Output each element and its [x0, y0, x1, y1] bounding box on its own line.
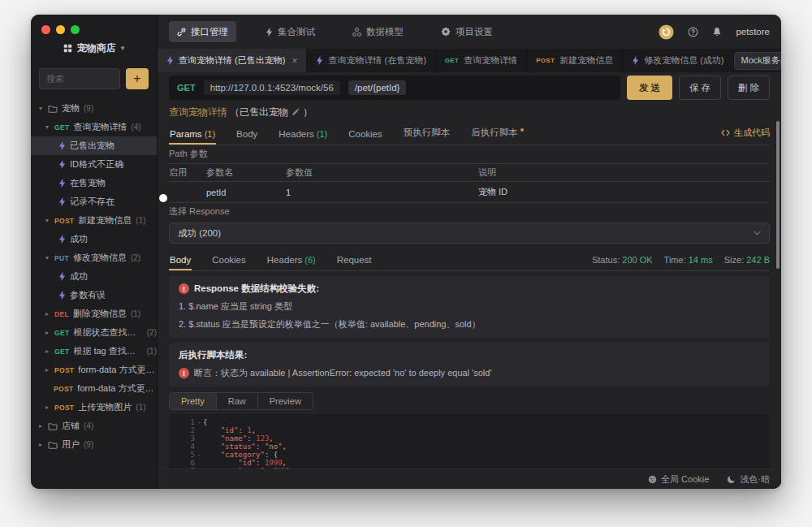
tree-item[interactable]: ▸DEL删除宠物信息(1): [31, 305, 157, 323]
request-tab[interactable]: 预执行脚本: [403, 127, 451, 145]
tree-item[interactable]: ▾PUT修改宠物信息(2): [31, 248, 157, 267]
tree-item[interactable]: ▸店铺(4): [31, 417, 157, 435]
code-line: 2 "id": 1,: [174, 426, 770, 434]
tree-item-count: (4): [84, 421, 93, 430]
bolt-icon: [632, 56, 639, 65]
workspace-name[interactable]: petstore: [736, 27, 770, 37]
bolt-icon: [266, 28, 273, 37]
tree-item-label: 记录不存在: [70, 196, 114, 208]
code-line: 1-{: [174, 418, 770, 426]
tree-item[interactable]: 在售宠物: [31, 174, 157, 192]
nav-item-label: 集合测试: [278, 26, 315, 38]
expand-icon: ▸: [44, 366, 50, 374]
editor-tab[interactable]: GET查询宠物详情: [436, 49, 527, 72]
help-icon[interactable]: [688, 27, 698, 37]
nav-item-集合测试[interactable]: 集合测试: [257, 21, 323, 42]
tree-item[interactable]: 记录不存在: [31, 192, 157, 211]
time-value: 14 ms: [689, 255, 713, 265]
project-switcher[interactable]: 宠物商店 ▾: [31, 37, 157, 58]
edit-icon[interactable]: [292, 108, 300, 116]
send-button[interactable]: 发送: [627, 76, 672, 100]
response-tab[interactable]: Request: [336, 255, 373, 270]
request-tab[interactable]: Body: [235, 129, 258, 145]
expand-icon: ▸: [44, 329, 50, 336]
response-select[interactable]: 成功 (200): [169, 222, 770, 244]
sync-icon[interactable]: [659, 24, 674, 40]
delete-button[interactable]: 删除: [728, 76, 770, 100]
body-view-tab[interactable]: Preview: [258, 393, 313, 409]
scrollbar[interactable]: [776, 121, 780, 269]
tree-item[interactable]: ▾宠物(9): [31, 99, 157, 118]
response-tab[interactable]: Body: [169, 255, 192, 270]
environment-select[interactable]: Mock服务器: [734, 52, 781, 70]
request-tab-count: (1): [317, 129, 327, 139]
endpoint-case: （已售出宠物: [230, 106, 288, 119]
tree-item[interactable]: ▸GET根据 tag 查找宠物列表(1): [31, 342, 157, 361]
response-body-code: 1-{2 "id": 1,3 "name": 123,4 "status": "…: [169, 414, 770, 469]
tree-item[interactable]: ▸POSTform-data 方式更新宠物信息: [31, 361, 157, 379]
body-view-tab[interactable]: Raw: [217, 393, 258, 409]
param-description[interactable]: 宠物 ID: [478, 186, 770, 198]
add-button[interactable]: +: [126, 68, 149, 89]
status-meta: Status: 200 OK: [592, 255, 653, 265]
request-tab[interactable]: Params(1): [169, 129, 216, 145]
nav-item-项目设置[interactable]: 项目设置: [433, 21, 501, 42]
method-badge: POST: [536, 57, 555, 64]
tree-item[interactable]: ID格式不正确: [31, 155, 157, 174]
request-tab[interactable]: Cookies: [348, 129, 383, 145]
tree-item-count: (1): [136, 403, 145, 412]
tree-item-count: (2): [131, 253, 140, 262]
close-window-button[interactable]: [41, 25, 50, 34]
bell-icon[interactable]: [712, 27, 722, 37]
response-tab[interactable]: Headers(6): [266, 255, 317, 270]
editor-tab[interactable]: 查询宠物详情 (在售宠物): [307, 49, 435, 72]
tree-item[interactable]: ▾POST新建宠物信息(1): [31, 211, 157, 230]
tree-item-count: (1): [131, 309, 140, 318]
tree-item[interactable]: ▸POST上传宠物图片(1): [31, 398, 157, 417]
request-tab-label: Cookies: [348, 129, 382, 139]
editor-tab[interactable]: POST新建宠物信息: [527, 49, 623, 72]
code-line: 7 "name": "猫": [174, 467, 770, 469]
request-method[interactable]: GET: [177, 83, 196, 93]
tree-item[interactable]: ▾GET查询宠物详情(4): [31, 118, 157, 136]
search-input[interactable]: [39, 68, 120, 89]
tree-item-label: ID格式不正确: [70, 158, 123, 171]
save-button[interactable]: 保存: [679, 76, 721, 100]
nav-item-接口管理[interactable]: 接口管理: [169, 21, 236, 42]
editor-tab-label: 查询宠物详情 (已售出宠物): [179, 54, 285, 67]
fold-icon: -: [195, 418, 203, 426]
tree-item[interactable]: ▸GET根据状态查找宠物列表(2): [31, 323, 157, 342]
line-number: 4: [174, 443, 195, 451]
model-icon: [352, 28, 361, 37]
editor-tab[interactable]: 修改宠物信息 (成功): [623, 49, 733, 72]
tree-item[interactable]: ▸用户(9): [31, 435, 157, 454]
status-bar: 全局 Cookie 浅色·暗: [158, 469, 781, 489]
editor-tab[interactable]: 查询宠物详情 (已售出宠物)×: [158, 49, 307, 72]
nav-item-数据模型[interactable]: 数据模型: [344, 21, 412, 42]
tree-item-label: 修改宠物信息: [73, 252, 127, 264]
generate-code-button[interactable]: 生成代码: [721, 127, 770, 145]
minimize-window-button[interactable]: [56, 25, 65, 34]
request-tab[interactable]: Headers(1): [278, 129, 328, 145]
expand-icon: ▸: [44, 348, 50, 355]
tree-item[interactable]: 成功: [31, 230, 157, 248]
tree-item[interactable]: POSTform-data 方式更新宠物信息: [31, 379, 157, 398]
body-view-tab[interactable]: Pretty: [170, 393, 217, 409]
tree-item[interactable]: 已售出宠物: [31, 136, 157, 155]
tree-item[interactable]: 成功: [31, 267, 157, 286]
tree-item-count: (4): [131, 123, 140, 132]
global-cookie-button[interactable]: 全局 Cookie: [648, 473, 709, 486]
maximize-window-button[interactable]: [71, 25, 80, 34]
param-name[interactable]: petId: [206, 188, 286, 197]
close-icon[interactable]: ×: [292, 55, 297, 67]
column-header: 说明: [478, 166, 770, 179]
response-tab[interactable]: Cookies: [211, 255, 247, 270]
params-table: 启用参数名参数值说明 petId1宠物 ID: [169, 163, 770, 203]
theme-toggle[interactable]: 浅色·暗: [727, 473, 770, 486]
request-path[interactable]: /pet/{petId}: [348, 80, 407, 95]
base-url[interactable]: http://127.0.0.1:4523/mock/56: [204, 80, 340, 95]
request-tab[interactable]: 后执行脚本: [470, 127, 525, 145]
param-value[interactable]: 1: [286, 188, 478, 197]
tree-item[interactable]: 参数有误: [31, 286, 157, 305]
url-input[interactable]: GET http://127.0.0.1:4523/mock/56 /pet/{…: [169, 76, 620, 100]
